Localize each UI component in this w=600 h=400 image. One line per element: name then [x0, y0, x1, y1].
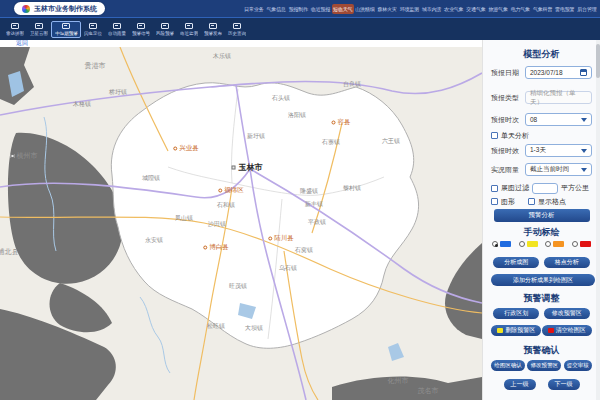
warning-adjust-title: 预警调整 — [491, 292, 592, 302]
forecast-type-value: 精细化预报（单天） — [530, 89, 587, 107]
manual-draw-button-2[interactable]: 格点分析 — [544, 257, 590, 268]
forecast-time-label: 预报时次 — [491, 115, 525, 125]
add-analysis-to-canvas-button[interactable]: 添加分析成果到绘图区 — [491, 274, 595, 286]
forecast-date-input[interactable]: 2023/07/18 — [525, 66, 592, 79]
confirm-button-2[interactable]: 修改预警区 — [527, 360, 561, 371]
map-canvas[interactable]: 木乐镇桥圩镇木格镇石头镇洛阳镇自良镇新圩镇石寨镇六王镇城隍镇黎村镇隆盛镇新丰镇石… — [0, 47, 482, 400]
adjust-button-1[interactable]: 行政区划 — [493, 308, 539, 319]
validity-label: 预报时效 — [491, 146, 525, 156]
nav-item-16[interactable]: 后台管理 — [576, 4, 598, 14]
top-nav: 日常业务气象信息预报制作临近预报短临天气山洪精细森林火灾环境监测城市内涝农业气象… — [243, 0, 598, 17]
nav-item-13[interactable]: 电力气象 — [509, 4, 531, 14]
validity-select[interactable]: 1-3天 — [525, 144, 592, 157]
filter-unit-label: 平方公里 — [561, 183, 589, 193]
graph-label: 图形 — [501, 197, 515, 207]
rain-field: 实况雨量 截止当前时间 — [491, 163, 592, 176]
grid-checkbox[interactable] — [528, 198, 535, 205]
app-logo[interactable]: 玉林市业务制作系统 — [14, 2, 105, 15]
draw-color-radios — [491, 240, 592, 248]
forecast-time-select[interactable]: 08 — [525, 113, 592, 126]
adjust-chip-button-1[interactable]: 删除预警区 — [491, 325, 541, 336]
toolbar-button-label: 临近监测 — [180, 30, 198, 35]
document-icon — [185, 23, 193, 29]
nav-item-10[interactable]: 农业气象 — [443, 4, 465, 14]
adjust-buttons-row1: 行政区划修改预警区 — [491, 308, 592, 319]
validity-field: 预报时效 1-3天 — [491, 144, 592, 157]
filter-checkbox[interactable] — [491, 185, 498, 192]
filter-area-input[interactable] — [532, 183, 558, 194]
filter-label: 展图过滤 — [501, 183, 529, 193]
nav-item-6[interactable]: 山洪精细 — [354, 4, 376, 14]
adjust-chip-button-2[interactable]: 清空绘图区 — [542, 325, 592, 336]
draw-color-option-2[interactable] — [519, 241, 538, 247]
confirm-button-3[interactable]: 提交审核 — [564, 360, 592, 371]
display-options-row: 图形 显示格点 — [491, 197, 592, 206]
draw-color-option-1[interactable] — [492, 241, 511, 247]
nav-item-2[interactable]: 气象信息 — [265, 4, 287, 14]
warning-analyze-button[interactable]: 预警分析 — [494, 209, 590, 222]
toolbar-button-2[interactable]: 卫星云图 — [27, 22, 51, 37]
nav-item-1[interactable]: 日常业务 — [243, 4, 265, 14]
nav-item-15[interactable]: 雷电预警 — [554, 4, 576, 14]
single-day-label: 单天分析 — [501, 131, 529, 141]
toolbar-button-label: 风险预警 — [156, 30, 174, 35]
toolbar-button-10[interactable]: 历史查询 — [225, 22, 249, 37]
nav-item-4[interactable]: 临近预报 — [309, 4, 331, 14]
validity-value: 1-3天 — [530, 146, 546, 155]
toolbar-button-8[interactable]: 临近监测 — [177, 22, 201, 37]
back-strip: 返回 — [0, 40, 482, 47]
color-swatch — [527, 241, 538, 247]
confirm-nav-button-1[interactable]: 上一级 — [504, 379, 536, 390]
adjust-button-2[interactable]: 修改预警区 — [544, 308, 590, 319]
nav-item-7[interactable]: 森林火灾 — [376, 4, 398, 14]
nav-item-3[interactable]: 预报制作 — [287, 4, 309, 14]
nav-item-9[interactable]: 城市内涝 — [420, 4, 442, 14]
rain-select[interactable]: 截止当前时间 — [525, 163, 592, 176]
nav-item-11[interactable]: 交通气象 — [465, 4, 487, 14]
toolbar-button-3[interactable]: 中短期预警 — [51, 21, 81, 38]
document-icon — [161, 23, 169, 29]
forecast-type-input[interactable]: 精细化预报（单天） — [525, 91, 592, 104]
graph-checkbox[interactable] — [491, 198, 498, 205]
panel-scrollbar[interactable] — [596, 40, 600, 400]
nav-item-14[interactable]: 气象科普 — [531, 4, 553, 14]
nav-item-8[interactable]: 环境监测 — [398, 4, 420, 14]
toolbar-button-9[interactable]: 预警发布 — [201, 22, 225, 37]
grid-label: 显示格点 — [538, 197, 566, 207]
chevron-down-icon — [581, 118, 587, 122]
nav-item-5[interactable]: 短临天气 — [332, 4, 354, 14]
toolbar-button-7[interactable]: 风险预警 — [153, 22, 177, 37]
draw-color-option-3[interactable] — [545, 241, 564, 247]
confirm-nav-button-2[interactable]: 下一级 — [548, 379, 580, 390]
module-toolbar: 雷达拼图卫星云图中短期预警闪电定位自动雨量预警信号风险预警临近监测预警发布历史查… — [0, 17, 600, 40]
chevron-down-icon — [581, 149, 587, 153]
toolbar-button-6[interactable]: 预警信号 — [129, 22, 153, 37]
toolbar-button-4[interactable]: 闪电定位 — [81, 22, 105, 37]
toolbar-button-label: 预警发布 — [204, 30, 222, 35]
document-icon — [137, 23, 145, 29]
radio-icon — [492, 241, 498, 247]
confirm-button-1[interactable]: 绘图区确认 — [491, 360, 525, 371]
toolbar-button-5[interactable]: 自动雨量 — [105, 22, 129, 37]
single-day-checkbox[interactable] — [491, 132, 498, 139]
draw-color-option-4[interactable] — [572, 241, 591, 247]
rain-label: 实况雨量 — [491, 165, 525, 175]
rain-value: 截止当前时间 — [530, 165, 569, 174]
toolbar-button-label: 雷达拼图 — [6, 30, 24, 35]
toolbar-button-label: 预警信号 — [132, 30, 150, 35]
panel-scrollbar-thumb[interactable] — [596, 44, 600, 78]
forecast-date-field: 预报日期 2023/07/18 — [491, 66, 592, 79]
back-link[interactable]: 返回 — [16, 40, 28, 47]
toolbar-button-label: 历史查询 — [228, 30, 246, 35]
warning-confirm-title: 预警确认 — [491, 344, 592, 354]
single-day-row: 单天分析 — [491, 131, 592, 140]
forecast-date-value: 2023/07/18 — [530, 69, 563, 76]
manual-draw-title: 手动标绘 — [491, 226, 592, 236]
radio-icon — [545, 241, 551, 247]
map-base-layer — [0, 47, 482, 400]
model-analysis-panel: 模型分析 预报日期 2023/07/18 预报类型 精细化预报（单天） 预报时次… — [482, 40, 600, 400]
manual-draw-button-1[interactable]: 分析成图 — [493, 257, 539, 268]
nav-item-12[interactable]: 旅游气象 — [487, 4, 509, 14]
radio-icon — [572, 241, 578, 247]
toolbar-button-1[interactable]: 雷达拼图 — [3, 22, 27, 37]
